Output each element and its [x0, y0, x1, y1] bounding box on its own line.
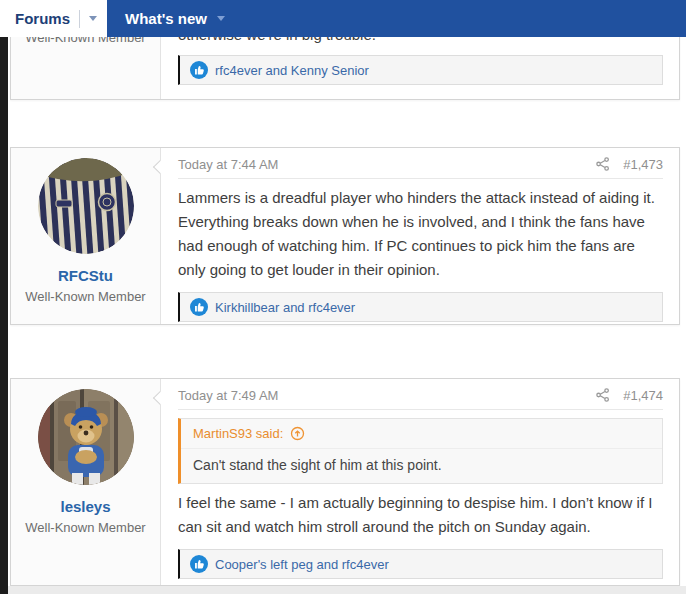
likes-members-link[interactable]: rfc4ever and Kenny Senior: [215, 63, 369, 78]
post-header: Today at 7:49 AM #1,474: [178, 387, 663, 410]
top-navbar: Forums What's new: [0, 0, 686, 37]
author-cell: lesleys Well-Known Member: [11, 379, 161, 585]
post-number-link[interactable]: #1,473: [623, 157, 663, 172]
likes-members-link[interactable]: Cooper's left peg and rfc4ever: [215, 557, 389, 572]
post-number-link[interactable]: #1,474: [623, 388, 663, 403]
quote-attribution-label: MartinS93 said:: [193, 426, 283, 441]
share-icon[interactable]: [595, 156, 611, 172]
page-edge: [0, 37, 8, 594]
likes-members-link[interactable]: Kirkhillbear and rfc4ever: [215, 300, 355, 315]
member-label: Well-Known Member: [25, 289, 145, 304]
post-timestamp-link[interactable]: Today at 7:49 AM: [178, 388, 278, 403]
likes-bar: rfc4ever and Kenny Senior: [178, 55, 663, 85]
forum-thread-page: Well-Known Member otherwise we're in big…: [0, 0, 686, 594]
member-label: Well-Known Member: [25, 520, 145, 535]
avatar[interactable]: [38, 389, 134, 485]
tab-forums[interactable]: Forums: [0, 0, 107, 37]
username-link[interactable]: RFCStu: [58, 267, 113, 284]
page-background-strip: [8, 586, 686, 594]
post-body: I feel the same - I am actually beginnin…: [178, 491, 663, 539]
like-icon: [190, 61, 208, 79]
quote-attribution[interactable]: MartinS93 said:: [181, 419, 662, 449]
jump-to-quote-icon[interactable]: [290, 426, 305, 441]
author-cell: RFCStu Well-Known Member: [11, 148, 161, 324]
like-icon: [190, 555, 208, 573]
post-header: Today at 7:44 AM #1,473: [178, 156, 663, 179]
post-1474: lesleys Well-Known Member Today at 7:49 …: [10, 378, 680, 586]
post-timestamp-link[interactable]: Today at 7:44 AM: [178, 157, 278, 172]
post-body: Lammers is a dreadful player who hinders…: [178, 186, 663, 282]
avatar[interactable]: [38, 158, 134, 254]
chevron-down-icon[interactable]: [89, 16, 97, 21]
tab-separator: [79, 10, 80, 28]
share-icon[interactable]: [595, 387, 611, 403]
tab-whats-new[interactable]: What's new: [107, 0, 243, 37]
message-cell: Today at 7:44 AM #1,473 Lammers is a dre…: [161, 148, 679, 324]
likes-bar: Kirkhillbear and rfc4ever: [178, 292, 663, 322]
tab-whats-new-label: What's new: [125, 10, 207, 27]
username-link[interactable]: lesleys: [60, 498, 110, 515]
likes-bar: Cooper's left peg and rfc4ever: [178, 549, 663, 579]
quote-block: MartinS93 said: Can't stand the sight of…: [178, 418, 663, 484]
post-1473: RFCStu Well-Known Member Today at 7:44 A…: [10, 147, 680, 325]
like-icon: [190, 298, 208, 316]
quote-text: Can't stand the sight of him at this poi…: [181, 449, 662, 483]
message-cell: Today at 7:49 AM #1,474 MartinS93 said: …: [161, 379, 679, 585]
chevron-down-icon[interactable]: [217, 16, 225, 21]
tab-forums-label: Forums: [15, 10, 70, 27]
